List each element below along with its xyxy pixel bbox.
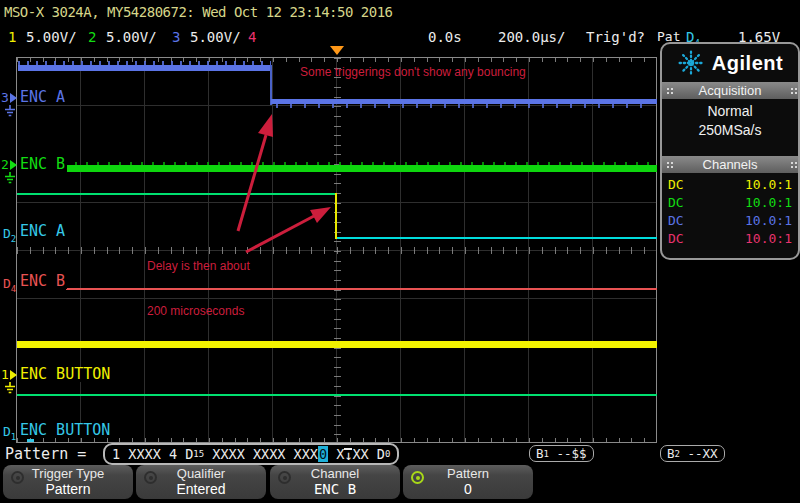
ch3-scale[interactable]: 5.00V/	[190, 29, 241, 45]
ground-icon	[4, 172, 16, 185]
d1-label[interactable]: ENC BUTTON	[18, 423, 112, 438]
position-arrow-icon	[10, 160, 17, 170]
trigger-status: Trig'd?	[586, 29, 645, 45]
channel-row-3: DC10.0:1	[668, 212, 792, 230]
d4-label[interactable]: ENC B	[18, 274, 67, 289]
waveform-graticule	[16, 57, 657, 443]
d2-high-segment	[17, 193, 336, 195]
d2-marker[interactable]: D2	[3, 226, 16, 244]
trigger-position-marker-icon[interactable]	[330, 46, 344, 55]
ch3-label[interactable]: ENC A	[18, 90, 67, 105]
bus1-indicator: B1 --$$	[529, 445, 594, 462]
pattern-label: Pattern =	[5, 445, 95, 463]
knob-icon	[144, 471, 157, 484]
softkey-channel[interactable]: Channel ENC B	[270, 465, 400, 499]
ch2-trace	[64, 165, 657, 172]
position-arrow-icon	[10, 93, 17, 103]
d4-marker[interactable]: D4	[3, 276, 16, 294]
ch3-ground-marker[interactable]: 3	[1, 92, 17, 118]
window-title: MSO-X 3024A, MY54280672: Wed Oct 12 23:1…	[4, 4, 393, 20]
annotation-delay: Delay is then about 200 microseconds	[147, 229, 250, 349]
channel-row-2: DC10.0:1	[668, 194, 792, 212]
knob-icon	[411, 471, 424, 484]
center-horizontal-ticks	[17, 247, 656, 254]
ch2-number[interactable]: 2	[88, 29, 96, 45]
channel-rows: DC10.0:1 DC10.0:1 DC10.0:1 DC10.0:1	[662, 173, 798, 248]
ch1-trace	[17, 341, 657, 348]
ch3-number[interactable]: 3	[172, 29, 180, 45]
d1-baseline-mark	[27, 439, 34, 442]
ch1-ground-marker[interactable]: 1	[1, 369, 17, 395]
drag-grip-icon	[791, 88, 793, 90]
ground-icon	[4, 382, 16, 395]
channel-row-1: DC10.0:1	[668, 176, 792, 194]
brand-row: Agilent	[662, 44, 798, 82]
d2-low-segment	[337, 237, 657, 239]
pattern-value-box: 1 XXXX 4 D15 XXXX XXXX XXX0 X↓XX D0	[103, 443, 399, 465]
d2-label[interactable]: ENC A	[18, 224, 67, 239]
annotation-no-bounce: Some triggerings don't show any bouncing	[300, 65, 526, 80]
softkey-qualifier[interactable]: Qualifier Entered	[136, 465, 266, 499]
oscilloscope-screen: MSO-X 3024A, MY54280672: Wed Oct 12 23:1…	[0, 0, 800, 503]
acquisition-mode: Normal	[662, 102, 798, 121]
ch3-high-segment	[18, 65, 271, 71]
ch2-ground-marker[interactable]: 2	[1, 159, 17, 185]
selected-pattern-digit: 0	[318, 446, 328, 462]
ch4-number[interactable]: 4	[248, 29, 256, 45]
drag-grip-icon	[667, 88, 669, 90]
d1-trace	[17, 394, 657, 396]
sample-rate: 250MSa/s	[662, 121, 798, 140]
timebase-readout: 200.0μs/	[498, 29, 565, 45]
ch1-scale[interactable]: 5.00V/	[26, 29, 77, 45]
knob-icon	[11, 471, 24, 484]
acquisition-header[interactable]: Acquisition	[662, 82, 798, 99]
softkey-trigger-type[interactable]: Trigger Type Pattern	[3, 465, 133, 499]
softkey-pattern-value[interactable]: Pattern 0	[403, 465, 533, 499]
bus2-indicator: B2 --XX	[660, 445, 725, 462]
knob-icon	[278, 471, 291, 484]
starburst-icon	[677, 49, 705, 77]
d1-marker[interactable]: D1	[3, 424, 16, 442]
ch3-noise	[276, 104, 654, 108]
ch2-label[interactable]: ENC B	[18, 157, 67, 172]
ch1-number[interactable]: 1	[8, 29, 16, 45]
channels-header[interactable]: Channels	[662, 156, 798, 173]
drag-grip-icon	[791, 162, 793, 164]
ground-icon	[4, 105, 16, 118]
delay-readout: 0.0s	[428, 29, 462, 45]
d2-falling-edge	[335, 193, 337, 239]
channel-row-4: DC10.0:1	[668, 230, 792, 248]
falling-edge-icon: ↓	[344, 448, 352, 460]
info-sidebar: Agilent Acquisition Normal 250MSa/s Chan…	[660, 42, 800, 260]
ch1-label[interactable]: ENC BUTTON	[18, 367, 112, 382]
acquisition-body: Normal 250MSa/s	[662, 99, 798, 140]
drag-grip-icon	[667, 162, 669, 164]
brand-name: Agilent	[712, 52, 783, 75]
position-arrow-icon	[10, 370, 17, 380]
ch2-scale[interactable]: 5.00V/	[106, 29, 157, 45]
